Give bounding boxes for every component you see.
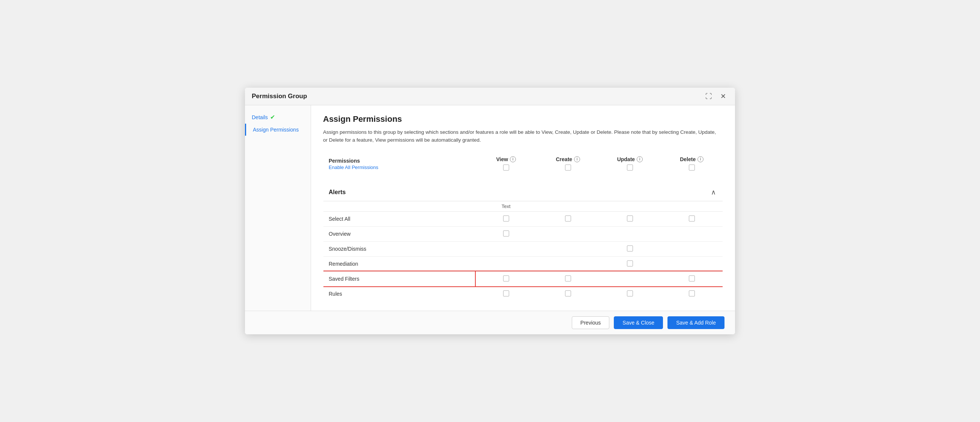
- sidebar: Details ✔ Assign Permissions: [245, 105, 311, 311]
- header-actions: ⛶ ✕: [703, 92, 728, 101]
- update-info-icon[interactable]: i: [637, 156, 643, 162]
- table-row: Snooze/Dismiss: [323, 241, 723, 256]
- view-info-icon[interactable]: i: [510, 156, 516, 162]
- modal-footer: Previous Save & Close Save & Add Role: [245, 311, 735, 334]
- main-content: Assign Permissions Assign permissions to…: [311, 105, 735, 311]
- update-checkbox-5[interactable]: [627, 290, 633, 297]
- delete-checkbox-5[interactable]: [689, 290, 695, 297]
- col-header-view: View i: [475, 151, 537, 176]
- create-checkbox-5[interactable]: [565, 290, 571, 297]
- save-add-role-button[interactable]: Save & Add Role: [667, 316, 724, 329]
- subheader-text: Text: [475, 201, 537, 211]
- view-all-checkbox[interactable]: [503, 165, 509, 171]
- sidebar-item-details-label: Details: [252, 114, 268, 120]
- create-checkbox-4[interactable]: [565, 276, 571, 281]
- permissions-header-table: Permissions Enable All Permissions View …: [323, 151, 723, 176]
- create-checkbox-0[interactable]: [565, 216, 571, 222]
- modal-header: Permission Group ⛶ ✕: [245, 88, 735, 105]
- section-description: Assign permissions to this group by sele…: [323, 129, 717, 144]
- sidebar-item-assign-permissions-label: Assign Permissions: [253, 127, 299, 133]
- row-label-2: Snooze/Dismiss: [323, 241, 476, 256]
- update-checkbox-3[interactable]: [627, 260, 633, 267]
- modal-title: Permission Group: [252, 92, 307, 100]
- page-title: Assign Permissions: [323, 114, 723, 124]
- view-checkbox-5[interactable]: [503, 290, 509, 297]
- create-all-checkbox[interactable]: [565, 165, 571, 171]
- update-checkbox-0[interactable]: [627, 216, 633, 222]
- delete-checkbox-4[interactable]: [689, 276, 695, 281]
- delete-all-checkbox[interactable]: [689, 165, 695, 171]
- permission-group-modal: Permission Group ⛶ ✕ Details ✔ Assign Pe…: [245, 88, 735, 334]
- row-label-5: Rules: [323, 286, 476, 301]
- view-checkbox-1[interactable]: [503, 230, 509, 236]
- update-all-checkbox[interactable]: [627, 165, 633, 171]
- row-label-3: Remediation: [323, 256, 476, 271]
- subheader-empty: [323, 201, 476, 211]
- close-button[interactable]: ✕: [718, 92, 728, 101]
- sidebar-item-assign-permissions[interactable]: Assign Permissions: [245, 124, 311, 136]
- table-row: Overview: [323, 226, 723, 241]
- create-info-icon[interactable]: i: [574, 156, 580, 162]
- enable-all-link[interactable]: Enable All Permissions: [329, 165, 470, 170]
- previous-button[interactable]: Previous: [572, 316, 609, 329]
- delete-info-icon[interactable]: i: [697, 156, 703, 162]
- subheader-empty2: [537, 201, 599, 211]
- col-header-delete: Delete i: [661, 151, 722, 176]
- row-label-4: Saved Filters: [323, 271, 476, 286]
- delete-checkbox-0[interactable]: [689, 216, 695, 222]
- table-row: Select All: [323, 211, 723, 226]
- alerts-collapse-button[interactable]: ∧: [710, 188, 718, 197]
- expand-button[interactable]: ⛶: [703, 92, 714, 101]
- col-header-update: Update i: [599, 151, 661, 176]
- col-header-create: Create i: [537, 151, 599, 176]
- sidebar-item-details[interactable]: Details ✔: [245, 111, 311, 124]
- col-header-permissions: Permissions Enable All Permissions: [323, 151, 476, 176]
- subheader-empty4: [661, 201, 722, 211]
- subheader-empty3: [599, 201, 661, 211]
- view-checkbox-4[interactable]: [503, 276, 509, 281]
- table-row: Saved Filters: [323, 271, 723, 286]
- row-label-0: Select All: [323, 211, 476, 226]
- details-check-icon: ✔: [270, 114, 275, 121]
- modal-body: Details ✔ Assign Permissions Assign Perm…: [245, 105, 735, 311]
- alerts-subheader-row: Text: [323, 201, 723, 211]
- row-label-1: Overview: [323, 226, 476, 241]
- table-row: Remediation: [323, 256, 723, 271]
- alerts-section-title: Alerts: [329, 189, 345, 196]
- save-close-button[interactable]: Save & Close: [614, 316, 663, 329]
- alerts-table: Alerts ∧ Text Select A: [323, 183, 723, 302]
- update-checkbox-2[interactable]: [627, 246, 633, 251]
- table-row: Rules: [323, 286, 723, 301]
- view-checkbox-0[interactable]: [503, 216, 509, 222]
